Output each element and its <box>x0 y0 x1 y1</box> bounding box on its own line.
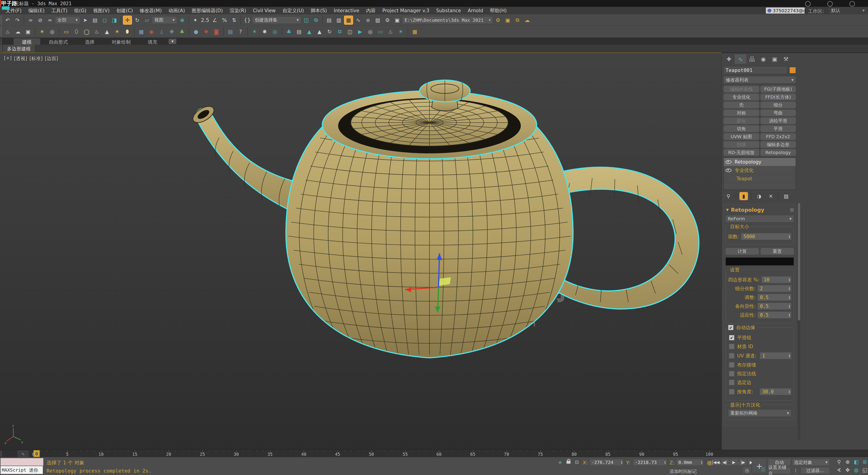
modifier-button[interactable]: 细分 <box>761 101 796 108</box>
menu-item[interactable]: 脚本(S) <box>307 7 331 14</box>
unlink-selection-icon[interactable]: ⊘ <box>36 16 45 25</box>
modifier-button[interactable]: UVW 贴图 <box>723 133 759 140</box>
pine-icon[interactable]: ▲ <box>305 27 314 36</box>
show-end-result-icon[interactable]: ▮ <box>739 192 748 200</box>
zoom-extents-all-icon[interactable]: ⊞ <box>861 458 868 466</box>
modifier-button[interactable]: 平滑 <box>761 125 796 132</box>
checkbox[interactable] <box>729 353 735 358</box>
add-key-button[interactable]: ＋ ⚿ <box>752 458 767 473</box>
menu-item[interactable]: 内容 <box>363 7 379 14</box>
checkbox[interactable]: ✔ <box>728 325 734 330</box>
modifier-button[interactable]: 壳 <box>723 101 759 108</box>
sun-icon[interactable]: ☀ <box>113 27 122 36</box>
setting-value-field[interactable]: 0.5▲▼ <box>757 294 792 301</box>
filters-button[interactable]: 过滤器... <box>801 467 830 474</box>
modifier-button[interactable]: 切角 <box>723 125 759 132</box>
viewport-edged-menu[interactable]: [边面] <box>45 55 58 62</box>
eye-icon[interactable] <box>725 169 732 172</box>
menu-item[interactable]: 动画(A) <box>165 7 188 14</box>
modifier-button[interactable]: RD-无损缩放 <box>723 149 759 156</box>
go-to-start-icon[interactable]: |◀◀ <box>712 458 720 466</box>
named-selection-set-dropdown[interactable]: 创建选择集▼ <box>252 17 301 24</box>
face-count-field[interactable]: 5000 ▲▼ <box>741 233 792 240</box>
display-tab[interactable]: ▣ <box>769 55 780 64</box>
setting-value-field[interactable]: 2▲▼ <box>757 285 792 292</box>
tree-list-icon[interactable]: ▤ <box>294 27 304 36</box>
toggle-scene-explorer-icon[interactable]: ▤ <box>324 16 334 25</box>
pan-icon[interactable]: ✥ <box>844 466 852 474</box>
close-button[interactable] <box>849 1 855 6</box>
align-icon[interactable]: ⧉ <box>311 16 320 25</box>
setting-value-field[interactable]: 10▲▼ <box>761 276 792 283</box>
snap-toggle-icon[interactable]: 2.5 <box>200 16 210 25</box>
ribbon-more-dropdown[interactable]: ▼ <box>168 39 176 44</box>
maxscript-mini-listener-pink[interactable] <box>0 458 43 466</box>
select-and-scale-icon[interactable]: ▱ <box>143 16 151 25</box>
layers-teal-icon[interactable]: ⧉ <box>335 27 344 36</box>
spinner-arrows[interactable]: ▲▼ <box>789 304 790 308</box>
object-name-field[interactable]: Teapot001 <box>723 66 787 74</box>
time-slider[interactable]: ∿ 0 051015202530354045505560657075808590… <box>0 450 868 457</box>
ribbon-tab-填充[interactable]: 填充 <box>139 38 166 45</box>
maximize-button[interactable] <box>827 1 833 6</box>
orbit-icon[interactable]: ◍ <box>852 466 860 474</box>
ribbon-tab-对象绘制[interactable]: 对象绘制 <box>103 38 139 45</box>
bulb-gear-icon[interactable]: ☀ <box>396 27 405 36</box>
menu-item[interactable]: 自定义(U) <box>279 7 307 14</box>
rendered-frame-window-icon[interactable]: ▣ <box>393 16 402 25</box>
modifier-button[interactable]: 弯曲 <box>761 110 796 116</box>
key-filters-icon[interactable]: ⌇ <box>792 467 799 474</box>
modifier-list-dropdown[interactable]: 修改器列表 ▼ <box>723 76 796 84</box>
select-by-name-icon[interactable]: ▤ <box>90 16 99 25</box>
spinner-arrows[interactable]: ▲▼ <box>789 278 790 281</box>
render-settings-icon[interactable]: ⚙ <box>493 16 502 25</box>
checkbox[interactable]: ✔ <box>729 335 735 340</box>
modifier-button[interactable]: 编辑多边形 <box>761 141 796 148</box>
reset-button[interactable]: 重置 <box>761 248 794 255</box>
y-coordinate-field[interactable]: -2218.73▲▼ <box>633 459 667 466</box>
spinner-arrows[interactable]: ▲▼ <box>789 390 790 393</box>
render-setup-icon[interactable]: ⚙ <box>383 16 392 25</box>
panel-scrollbar[interactable] <box>798 203 800 440</box>
cloud-icon[interactable]: ☁ <box>13 27 22 36</box>
redo-icon[interactable]: ↷ <box>13 16 22 25</box>
toggle-ribbon-icon[interactable]: ▦ <box>344 16 353 25</box>
minimize-button[interactable] <box>805 1 811 6</box>
zoom-extents-icon[interactable]: ◧ <box>852 458 860 466</box>
motion-tab[interactable]: ◉ <box>758 55 769 64</box>
teapot-outline-icon[interactable]: ♨ <box>386 27 395 36</box>
zoom-icon[interactable]: ⚲ <box>835 458 843 466</box>
image-panel-icon[interactable]: ▣ <box>24 27 33 36</box>
use-pivot-center-icon[interactable]: ⊕ <box>178 16 187 25</box>
modifier-button[interactable]: FFD(长方体) <box>761 94 796 100</box>
camera-add-icon[interactable]: ◎ <box>366 27 375 36</box>
render-frame-icon[interactable]: ▣ <box>503 16 512 25</box>
checkbox[interactable] <box>729 371 735 376</box>
spheres-pair-icon[interactable]: ◉ <box>147 27 156 36</box>
menu-item[interactable]: 渲染(R) <box>226 7 250 14</box>
pine-page-icon[interactable]: ▲ <box>315 27 324 36</box>
selection-filter-dropdown[interactable]: 全部▼ <box>55 17 80 24</box>
select-and-move-icon[interactable]: ✛ <box>123 16 132 25</box>
setting-value-field[interactable]: 0.5▲▼ <box>757 311 792 319</box>
fancy-teapot-icon[interactable]: ♨ <box>92 27 101 36</box>
menu-item[interactable]: 修改器(M) <box>136 7 165 14</box>
remove-modifier-icon[interactable]: ✕ <box>767 192 775 200</box>
play-box-icon[interactable]: ▶ <box>355 27 365 36</box>
projector-icon[interactable]: ◎ <box>48 27 57 36</box>
cone-icon[interactable]: ▲ <box>102 27 112 36</box>
maxscript-mini-listener-white[interactable]: MAXScript 迷你 <box>0 466 43 474</box>
spinner-arrows[interactable]: ▲▼ <box>789 235 790 238</box>
menu-item[interactable]: 视图(V) <box>90 7 113 14</box>
setting-value-field[interactable]: 0.5▲▼ <box>757 303 792 310</box>
percent-snap-icon[interactable]: % <box>220 16 229 25</box>
blue-sphere-icon[interactable]: ● <box>191 27 200 36</box>
display-mode-dropdown[interactable]: 重新拓扑网格 ▼ <box>728 409 792 417</box>
viewport-pov-menu[interactable]: [透视] <box>14 55 27 62</box>
utilities-tab[interactable]: ⚒ <box>780 55 792 64</box>
menu-item[interactable]: 图形编辑器(D) <box>188 7 226 14</box>
trees-icon[interactable]: ♣ <box>284 27 293 36</box>
ribbon-tab-建模[interactable]: 建模 <box>13 38 40 45</box>
capsule-icon[interactable]: ⬮ <box>123 27 132 36</box>
zoom-all-icon[interactable]: ⊕ <box>844 458 852 466</box>
